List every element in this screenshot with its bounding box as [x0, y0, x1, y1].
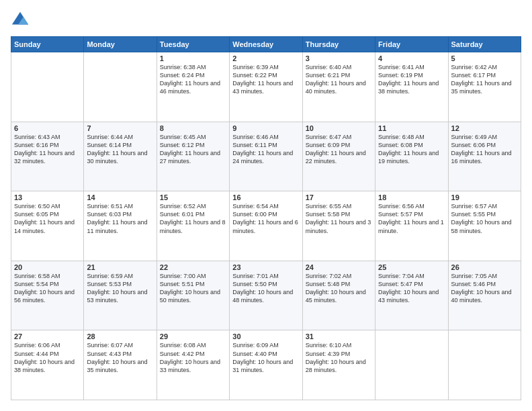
- day-info: Sunrise: 7:00 AM Sunset: 5:51 PM Dayligh…: [160, 272, 226, 305]
- week-row-4: 20Sunrise: 6:58 AM Sunset: 5:54 PM Dayli…: [11, 261, 521, 330]
- col-header-tuesday: Tuesday: [157, 37, 229, 52]
- day-info: Sunrise: 6:51 AM Sunset: 6:03 PM Dayligh…: [87, 202, 153, 235]
- day-number: 3: [306, 54, 372, 62]
- day-number: 15: [160, 193, 226, 201]
- day-cell: 2Sunrise: 6:39 AM Sunset: 6:22 PM Daylig…: [230, 52, 302, 122]
- day-number: 16: [232, 193, 299, 201]
- day-info: Sunrise: 6:10 AM Sunset: 4:39 PM Dayligh…: [306, 341, 372, 374]
- logo-icon: [11, 11, 30, 30]
- day-cell: 9Sunrise: 6:46 AM Sunset: 6:11 PM Daylig…: [230, 122, 302, 191]
- day-number: 28: [87, 332, 153, 340]
- day-info: Sunrise: 6:06 AM Sunset: 4:44 PM Dayligh…: [14, 341, 81, 374]
- day-cell: 12Sunrise: 6:49 AM Sunset: 6:06 PM Dayli…: [448, 122, 521, 191]
- calendar-table: SundayMondayTuesdayWednesdayThursdayFrid…: [11, 36, 521, 400]
- day-cell: [448, 330, 521, 400]
- day-number: 17: [306, 193, 372, 201]
- day-number: 26: [451, 263, 518, 271]
- day-info: Sunrise: 6:45 AM Sunset: 6:12 PM Dayligh…: [160, 133, 226, 166]
- day-cell: [11, 52, 84, 122]
- day-number: 11: [378, 124, 445, 132]
- day-info: Sunrise: 6:43 AM Sunset: 6:16 PM Dayligh…: [14, 133, 81, 166]
- day-info: Sunrise: 6:54 AM Sunset: 6:00 PM Dayligh…: [232, 202, 299, 235]
- day-number: 7: [87, 124, 153, 132]
- day-number: 8: [160, 124, 226, 132]
- day-number: 29: [160, 332, 226, 340]
- day-number: 1: [160, 54, 226, 62]
- day-number: 2: [232, 54, 299, 62]
- week-row-2: 6Sunrise: 6:43 AM Sunset: 6:16 PM Daylig…: [11, 122, 521, 191]
- day-number: 30: [232, 332, 299, 340]
- day-info: Sunrise: 6:58 AM Sunset: 5:54 PM Dayligh…: [14, 272, 81, 305]
- day-cell: 19Sunrise: 6:57 AM Sunset: 5:55 PM Dayli…: [448, 191, 521, 261]
- col-header-saturday: Saturday: [448, 37, 521, 52]
- day-cell: 15Sunrise: 6:52 AM Sunset: 6:01 PM Dayli…: [157, 191, 229, 261]
- day-number: 31: [306, 332, 372, 340]
- day-cell: 14Sunrise: 6:51 AM Sunset: 6:03 PM Dayli…: [84, 191, 157, 261]
- day-cell: 13Sunrise: 6:50 AM Sunset: 6:05 PM Dayli…: [11, 191, 84, 261]
- day-cell: 26Sunrise: 7:05 AM Sunset: 5:46 PM Dayli…: [448, 261, 521, 330]
- col-header-sunday: Sunday: [11, 37, 84, 52]
- col-header-friday: Friday: [375, 37, 448, 52]
- day-number: 6: [14, 124, 81, 132]
- day-cell: 28Sunrise: 6:07 AM Sunset: 4:43 PM Dayli…: [84, 330, 157, 400]
- day-cell: 11Sunrise: 6:48 AM Sunset: 6:08 PM Dayli…: [375, 122, 448, 191]
- day-info: Sunrise: 6:59 AM Sunset: 5:53 PM Dayligh…: [87, 272, 153, 305]
- calendar-header-row: SundayMondayTuesdayWednesdayThursdayFrid…: [11, 37, 521, 52]
- day-number: 27: [14, 332, 81, 340]
- day-number: 10: [306, 124, 372, 132]
- day-info: Sunrise: 6:47 AM Sunset: 6:09 PM Dayligh…: [306, 133, 372, 166]
- day-cell: 16Sunrise: 6:54 AM Sunset: 6:00 PM Dayli…: [230, 191, 302, 261]
- week-row-3: 13Sunrise: 6:50 AM Sunset: 6:05 PM Dayli…: [11, 191, 521, 261]
- day-number: 12: [451, 124, 518, 132]
- day-cell: 18Sunrise: 6:56 AM Sunset: 5:57 PM Dayli…: [375, 191, 448, 261]
- day-info: Sunrise: 6:52 AM Sunset: 6:01 PM Dayligh…: [160, 202, 226, 235]
- day-number: 19: [451, 193, 518, 201]
- col-header-wednesday: Wednesday: [230, 37, 302, 52]
- week-row-1: 1Sunrise: 6:38 AM Sunset: 6:24 PM Daylig…: [11, 52, 521, 122]
- day-number: 18: [378, 193, 445, 201]
- day-number: 14: [87, 193, 153, 201]
- day-cell: [375, 330, 448, 400]
- day-number: 22: [160, 263, 226, 271]
- day-number: 20: [14, 263, 81, 271]
- day-cell: 31Sunrise: 6:10 AM Sunset: 4:39 PM Dayli…: [302, 330, 375, 400]
- day-cell: 4Sunrise: 6:41 AM Sunset: 6:19 PM Daylig…: [375, 52, 448, 122]
- day-info: Sunrise: 6:08 AM Sunset: 4:42 PM Dayligh…: [160, 341, 226, 374]
- day-cell: 20Sunrise: 6:58 AM Sunset: 5:54 PM Dayli…: [11, 261, 84, 330]
- day-info: Sunrise: 7:05 AM Sunset: 5:46 PM Dayligh…: [451, 272, 518, 305]
- day-number: 24: [306, 263, 372, 271]
- page: SundayMondayTuesdayWednesdayThursdayFrid…: [0, 0, 532, 411]
- day-cell: 8Sunrise: 6:45 AM Sunset: 6:12 PM Daylig…: [157, 122, 229, 191]
- day-cell: 29Sunrise: 6:08 AM Sunset: 4:42 PM Dayli…: [157, 330, 229, 400]
- col-header-monday: Monday: [84, 37, 157, 52]
- day-cell: 6Sunrise: 6:43 AM Sunset: 6:16 PM Daylig…: [11, 122, 84, 191]
- day-number: 9: [232, 124, 299, 132]
- day-info: Sunrise: 6:38 AM Sunset: 6:24 PM Dayligh…: [160, 63, 226, 96]
- day-info: Sunrise: 6:39 AM Sunset: 6:22 PM Dayligh…: [232, 63, 299, 96]
- day-cell: 1Sunrise: 6:38 AM Sunset: 6:24 PM Daylig…: [157, 52, 229, 122]
- day-info: Sunrise: 6:55 AM Sunset: 5:58 PM Dayligh…: [306, 202, 372, 235]
- day-info: Sunrise: 6:09 AM Sunset: 4:40 PM Dayligh…: [232, 341, 299, 374]
- day-info: Sunrise: 6:44 AM Sunset: 6:14 PM Dayligh…: [87, 133, 153, 166]
- day-cell: 22Sunrise: 7:00 AM Sunset: 5:51 PM Dayli…: [157, 261, 229, 330]
- day-info: Sunrise: 6:46 AM Sunset: 6:11 PM Dayligh…: [232, 133, 299, 166]
- day-info: Sunrise: 6:49 AM Sunset: 6:06 PM Dayligh…: [451, 133, 518, 166]
- day-cell: 10Sunrise: 6:47 AM Sunset: 6:09 PM Dayli…: [302, 122, 375, 191]
- header: [11, 11, 521, 30]
- day-info: Sunrise: 6:56 AM Sunset: 5:57 PM Dayligh…: [378, 202, 445, 235]
- day-info: Sunrise: 6:50 AM Sunset: 6:05 PM Dayligh…: [14, 202, 81, 235]
- day-info: Sunrise: 6:07 AM Sunset: 4:43 PM Dayligh…: [87, 341, 153, 374]
- day-cell: 27Sunrise: 6:06 AM Sunset: 4:44 PM Dayli…: [11, 330, 84, 400]
- day-info: Sunrise: 6:57 AM Sunset: 5:55 PM Dayligh…: [451, 202, 518, 235]
- day-number: 25: [378, 263, 445, 271]
- day-number: 21: [87, 263, 153, 271]
- day-info: Sunrise: 6:42 AM Sunset: 6:17 PM Dayligh…: [451, 63, 518, 96]
- day-info: Sunrise: 7:04 AM Sunset: 5:47 PM Dayligh…: [378, 272, 445, 305]
- logo: [11, 11, 32, 30]
- day-cell: 25Sunrise: 7:04 AM Sunset: 5:47 PM Dayli…: [375, 261, 448, 330]
- col-header-thursday: Thursday: [302, 37, 375, 52]
- day-cell: 24Sunrise: 7:02 AM Sunset: 5:48 PM Dayli…: [302, 261, 375, 330]
- day-cell: 5Sunrise: 6:42 AM Sunset: 6:17 PM Daylig…: [448, 52, 521, 122]
- week-row-5: 27Sunrise: 6:06 AM Sunset: 4:44 PM Dayli…: [11, 330, 521, 400]
- day-info: Sunrise: 7:01 AM Sunset: 5:50 PM Dayligh…: [232, 272, 299, 305]
